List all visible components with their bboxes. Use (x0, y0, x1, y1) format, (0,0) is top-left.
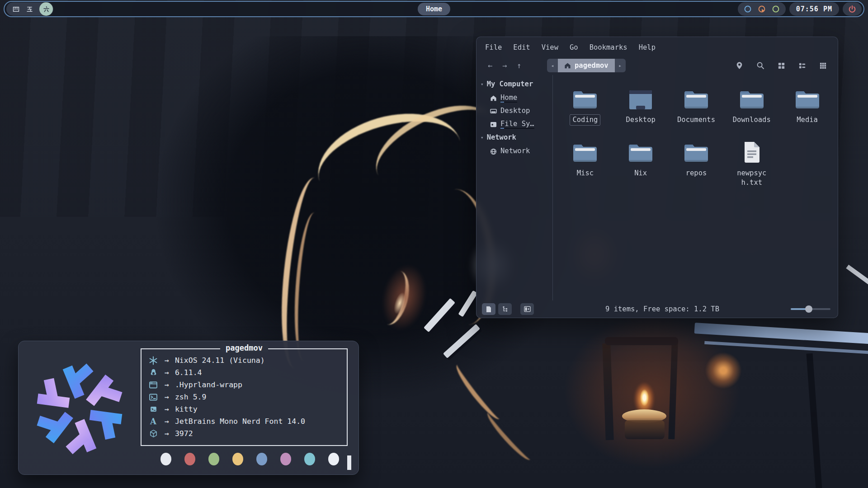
sidebar-item-label: Home (500, 94, 517, 103)
list-view-icon[interactable] (798, 62, 806, 70)
sidebar-group-network[interactable]: ▾ Network (476, 130, 552, 144)
file-manager-window: File Edit View Go Bookmarks Help ← → ↑ ◂… (476, 37, 838, 318)
workspace-4[interactable] (12, 5, 20, 13)
package-cube-icon (148, 429, 159, 438)
tray-green-circle-icon[interactable] (772, 5, 780, 13)
sidebar-group-label: Network (487, 133, 516, 141)
show-tree-button[interactable] (498, 303, 512, 315)
file-name: Media (794, 114, 821, 126)
sidebar-item-network[interactable]: Network (476, 144, 552, 157)
file-item-repos[interactable]: repos (669, 138, 724, 188)
forward-button[interactable]: → (497, 61, 512, 70)
menu-go[interactable]: Go (570, 43, 578, 52)
fetch-row-kernel: → 6.11.4 (148, 366, 340, 379)
menu-bookmarks[interactable]: Bookmarks (590, 43, 627, 52)
fetch-value-kernel: 6.11.4 (175, 368, 202, 377)
fetch-row-shell: → zsh 5.9 (148, 391, 340, 403)
search-icon[interactable] (756, 61, 764, 70)
shell-terminal-icon (148, 393, 159, 402)
breadcrumb-current[interactable]: pagedmov (558, 59, 615, 72)
fetch-row-terminal: → kitty (148, 403, 340, 415)
system-tray (738, 2, 786, 16)
icon-view-icon[interactable] (778, 62, 785, 70)
show-places-button[interactable] (482, 303, 495, 315)
up-button[interactable]: ↑ (512, 61, 526, 70)
cjk-five-glyph (26, 5, 33, 13)
expander-icon[interactable]: ▾ (481, 135, 484, 141)
zoom-slider[interactable] (791, 305, 830, 313)
file-item-newpsych-txt[interactable]: newpsych.txt (724, 138, 779, 188)
fetch-value-wm: .Hyprland-wrapp (175, 380, 242, 389)
arrow-glyph: → (165, 417, 169, 426)
file-item-documents[interactable]: Documents (669, 85, 724, 126)
arrow-glyph: → (165, 380, 169, 389)
location-pin-icon[interactable] (736, 61, 743, 70)
folder-icon (739, 85, 765, 110)
folder-icon (572, 138, 598, 164)
workspace-5[interactable] (26, 5, 33, 13)
sidebar-item-desktop[interactable]: Desktop (476, 104, 552, 117)
fetch-value-shell: zsh 5.9 (175, 393, 207, 401)
palette-dot (184, 453, 195, 465)
places-icon (486, 306, 492, 313)
file-item-media[interactable]: Media (779, 85, 835, 126)
arrow-glyph: → (165, 356, 169, 365)
tray-recorder-icon[interactable] (758, 5, 766, 13)
focused-window-title[interactable]: Home (418, 3, 450, 15)
fetch-row-packages: → 3972 (148, 427, 340, 440)
palette-dot (304, 453, 315, 465)
fetch-widget: pagedmov → NixOS 24.11 (Vicuna) → (18, 341, 359, 475)
cjk-six-glyph (42, 5, 50, 13)
home-icon (490, 95, 497, 102)
folder-icon (683, 138, 709, 164)
file-item-misc[interactable]: Misc (557, 138, 613, 188)
window-manager-icon (148, 380, 159, 389)
wallpaper-flame-core (639, 388, 650, 408)
menu-edit[interactable]: Edit (513, 43, 530, 52)
drive-icon (490, 121, 497, 128)
palette-dot (232, 453, 243, 465)
folder-icon (794, 85, 821, 110)
toggle-side-pane-button[interactable] (520, 303, 534, 315)
path-scroll-left[interactable]: ◂ (547, 59, 558, 72)
clock[interactable]: 07:56 PM (789, 2, 839, 16)
folder-icon (572, 85, 598, 110)
file-grid: Coding Desktop (553, 75, 838, 300)
menu-file[interactable]: File (485, 43, 502, 52)
file-item-coding[interactable]: Coding (557, 85, 613, 126)
tray-blue-circle-icon[interactable] (744, 5, 752, 13)
toolbar: ← → ↑ ◂ pagedmov ▸ (476, 56, 838, 75)
workspace-6-active[interactable] (39, 2, 53, 16)
compact-view-icon[interactable] (819, 62, 827, 70)
wallpaper-candle-base (625, 420, 665, 439)
palette-dot (160, 453, 171, 465)
menu-view[interactable]: View (542, 43, 558, 52)
file-item-desktop[interactable]: Desktop (613, 85, 669, 126)
linux-penguin-icon (148, 368, 159, 377)
tree-icon (502, 306, 509, 313)
window-body: ▾ My Computer Home Desktop F (476, 75, 838, 300)
sidebar-item-file-system[interactable]: File Sy… (476, 117, 552, 130)
status-bar: 9 items, Free space: 1.2 TB (476, 300, 838, 318)
nixos-snowflake-icon (148, 356, 159, 365)
sidebar-group-my-computer[interactable]: ▾ My Computer (476, 77, 552, 91)
fetch-value-os: NixOS 24.11 (Vicuna) (175, 356, 265, 365)
back-button[interactable]: ← (483, 61, 497, 70)
file-item-downloads[interactable]: Downloads (724, 85, 779, 126)
file-item-nix[interactable]: Nix (613, 138, 669, 188)
path-scroll-right[interactable]: ▸ (615, 59, 626, 72)
sidebar-item-label: File Sy… (500, 120, 534, 129)
toolbar-right-icons (736, 61, 831, 70)
power-button[interactable] (843, 2, 862, 16)
wallpaper-white-slash (846, 265, 868, 291)
arrow-glyph: → (165, 429, 169, 438)
font-letter-icon: A (148, 418, 159, 426)
side-pane-icon (524, 306, 531, 312)
wallpaper-lantern-top (605, 337, 678, 345)
fetch-row-wm: → .Hyprland-wrapp (148, 379, 340, 391)
fetch-info-box: pagedmov → NixOS 24.11 (Vicuna) → (141, 348, 348, 446)
slider-handle[interactable] (805, 305, 812, 313)
sidebar-item-home[interactable]: Home (476, 91, 552, 104)
menu-help[interactable]: Help (639, 43, 656, 52)
expander-icon[interactable]: ▾ (481, 81, 484, 87)
